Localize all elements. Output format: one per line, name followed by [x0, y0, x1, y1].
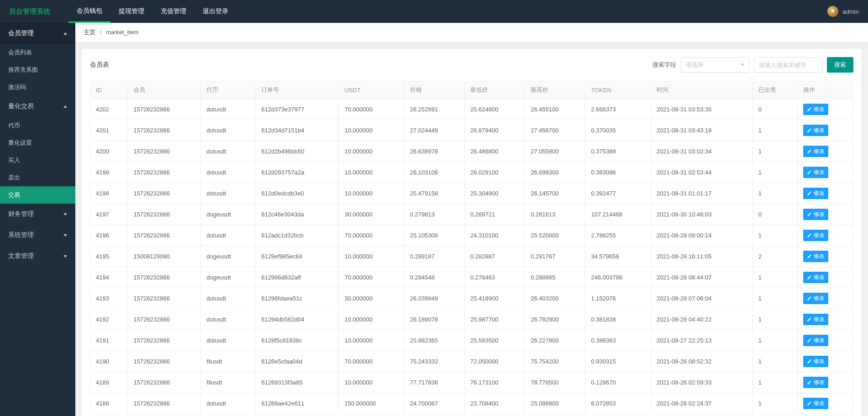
- side-item-0-2[interactable]: 激活码: [0, 79, 75, 96]
- edit-button[interactable]: 修改: [803, 356, 828, 367]
- pen-icon: [807, 275, 812, 280]
- cell: 26.403200: [525, 288, 585, 309]
- side-item-1-2[interactable]: 买入: [0, 152, 75, 169]
- cell: 0.375389: [585, 141, 651, 162]
- cell: 0.289187: [404, 246, 464, 267]
- cell: dotusdt: [201, 225, 256, 246]
- pen-icon: [807, 107, 812, 112]
- cell: 25.479158: [404, 183, 464, 204]
- side-item-0-1[interactable]: 推荐关系图: [0, 61, 75, 79]
- table-row: 419415726232866dogeusdt612986d632aff70.0…: [90, 267, 853, 288]
- cell: 1: [752, 141, 797, 162]
- pen-icon: [807, 254, 812, 259]
- cell: 2.666373: [585, 99, 651, 120]
- main: 主页 / market_item 会员表 搜索字段 请选择 搜索 ID会员代币订…: [75, 23, 868, 416]
- side-item-0-0[interactable]: 会员列表: [0, 44, 75, 61]
- side-group-1[interactable]: 量化交易: [0, 96, 75, 117]
- side-item-1-4[interactable]: 交易: [0, 186, 75, 204]
- table-body: 420215726232866dotusdt612d373e3797770.00…: [90, 99, 853, 414]
- cell: 0.279813: [404, 204, 464, 225]
- cell: 6126e5cfaa04d: [256, 351, 339, 372]
- cell-op: 修改: [797, 288, 853, 309]
- cell: 25.624800: [464, 99, 525, 120]
- search-button[interactable]: 搜索: [827, 57, 853, 73]
- edit-button[interactable]: 修改: [803, 377, 828, 388]
- search-input[interactable]: [754, 57, 822, 73]
- cell: 15726232866: [128, 351, 201, 372]
- edit-button[interactable]: 修改: [803, 104, 828, 115]
- side-item-1-0[interactable]: 代币: [0, 117, 75, 134]
- cell: 15726232866: [128, 393, 201, 414]
- cell: 27.456700: [525, 120, 585, 141]
- cell: 4188: [90, 393, 128, 414]
- cell: 76.173100: [464, 372, 525, 393]
- edit-label: 修改: [814, 190, 825, 197]
- table-row: 419515008129080dogeusdt6129ef985ec8410.0…: [90, 246, 853, 267]
- edit-button[interactable]: 修改: [803, 209, 828, 220]
- table-row: 420015726232866dotusdt612d2b496bb5010.00…: [90, 141, 853, 162]
- topnav-item-1[interactable]: 提现管理: [110, 0, 153, 23]
- col-8: TOKEN: [585, 81, 651, 99]
- table-row: 419915726232866dotusdt612d293757a2a10.00…: [90, 162, 853, 183]
- pen-icon: [807, 128, 812, 133]
- table-row: 418815726232866dotusdt61268ae42e611150.0…: [90, 393, 853, 414]
- edit-button[interactable]: 修改: [803, 314, 828, 325]
- cell: 0.284548: [404, 267, 464, 288]
- side-group-3[interactable]: 系统管理: [0, 225, 75, 246]
- side-group-2[interactable]: 财务管理: [0, 204, 75, 225]
- edit-button[interactable]: 修改: [803, 125, 828, 136]
- edit-button[interactable]: 修改: [803, 335, 828, 346]
- edit-button[interactable]: 修改: [803, 251, 828, 262]
- cell: 61296fdaea51c: [256, 288, 339, 309]
- cell: 0.288995: [525, 267, 585, 288]
- cell: 30.000000: [339, 204, 404, 225]
- cell: dotusdt: [201, 330, 256, 351]
- cell-op: 修改: [797, 141, 853, 162]
- side-group-0[interactable]: 会员管理: [0, 23, 75, 44]
- cell: 10.000000: [339, 183, 404, 204]
- side-item-1-1[interactable]: 量化设置: [0, 134, 75, 152]
- cell: filusdt: [201, 372, 256, 393]
- cell: 612d293757a2a: [256, 162, 339, 183]
- topnav-item-2[interactable]: 充值管理: [153, 0, 195, 23]
- cell: 25.105308: [404, 225, 464, 246]
- cell: 612adc1d32bcb: [256, 225, 339, 246]
- side-group-4[interactable]: 文章管理: [0, 246, 75, 267]
- edit-button[interactable]: 修改: [803, 167, 828, 178]
- cell: 0.281613: [525, 204, 585, 225]
- panel-title: 会员表: [90, 61, 109, 69]
- cell: 27.024449: [404, 120, 464, 141]
- edit-button[interactable]: 修改: [803, 272, 828, 283]
- cell: 26.252891: [404, 99, 464, 120]
- cell: 25.304900: [464, 183, 525, 204]
- topbar-right[interactable]: admin: [827, 6, 859, 17]
- cell: dotusdt: [201, 141, 256, 162]
- cell: 15726232866: [128, 225, 201, 246]
- cell: 2: [752, 246, 797, 267]
- side-group-label: 量化交易: [8, 102, 34, 111]
- edit-button[interactable]: 修改: [803, 398, 828, 409]
- search-field-label: 搜索字段: [652, 61, 676, 69]
- edit-label: 修改: [814, 126, 825, 134]
- search-field-select[interactable]: 请选择: [681, 57, 749, 73]
- cell: 1: [752, 351, 797, 372]
- cell: 15726232866: [128, 162, 201, 183]
- cell: 4200: [90, 141, 128, 162]
- table-row: 420115726232866dotusdt612d34d7151b410.00…: [90, 120, 853, 141]
- edit-button[interactable]: 修改: [803, 146, 828, 157]
- cell-op: 修改: [797, 183, 853, 204]
- cell: 4192: [90, 309, 128, 330]
- cell: dotusdt: [201, 99, 256, 120]
- breadcrumb-home[interactable]: 主页: [84, 29, 95, 36]
- side-item-1-3[interactable]: 卖出: [0, 169, 75, 186]
- topnav-item-3[interactable]: 退出登录: [195, 0, 237, 23]
- edit-button[interactable]: 修改: [803, 188, 828, 199]
- cell: 2021-08-26 02:24:37: [651, 393, 752, 414]
- edit-button[interactable]: 修改: [803, 293, 828, 304]
- cell: 612d0edcdb3e0: [256, 183, 339, 204]
- topnav-item-0[interactable]: 会员钱包: [68, 0, 110, 23]
- edit-button[interactable]: 修改: [803, 230, 828, 241]
- table-row: 419315726232866dotusdt61296fdaea51c30.00…: [90, 288, 853, 309]
- cell: 2021-08-31 02:53:44: [651, 162, 752, 183]
- cell: 2021-08-29 09:00:14: [651, 225, 752, 246]
